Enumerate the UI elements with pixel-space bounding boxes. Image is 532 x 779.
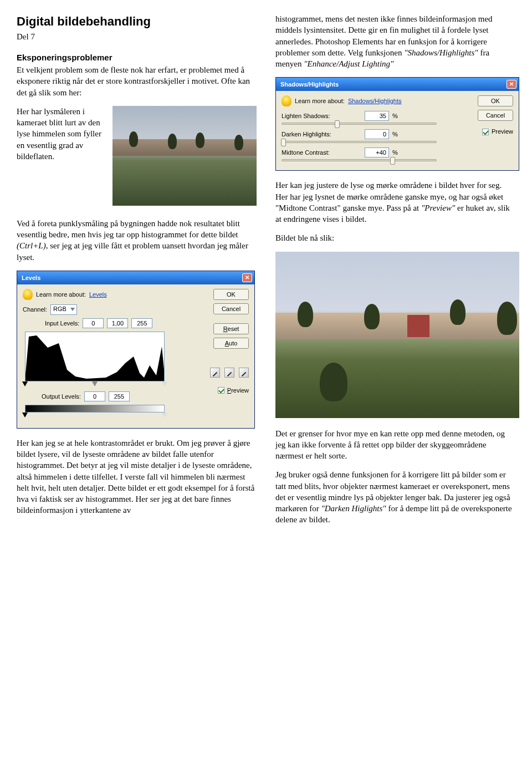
input-slider[interactable] — [25, 383, 165, 388]
midtone-contrast-label: Midtone Contrast: — [282, 149, 365, 157]
ok-button[interactable]: OK — [213, 289, 249, 300]
midtone-contrast-slider[interactable] — [282, 159, 437, 161]
input-level-white[interactable]: 255 — [131, 318, 152, 328]
body-paragraph: Ved å foreta punklysmåling på bygningen … — [17, 218, 257, 263]
dialog-titlebar[interactable]: Levels ✕ — [17, 271, 254, 284]
body-paragraph: Jeg bruker også denne funksjonen for å k… — [275, 469, 515, 525]
body-paragraph: Her kan jeg justere de lyse og mørke omr… — [275, 180, 515, 225]
reset-button[interactable]: Reset — [213, 323, 249, 334]
darken-highlights-value[interactable]: 0 — [365, 129, 389, 139]
dialog-titlebar[interactable]: Shadows/Highlights ✕ — [276, 78, 519, 91]
darken-highlights-slider[interactable] — [282, 141, 437, 143]
example-photo-corrected — [275, 252, 519, 418]
cancel-button[interactable]: Cancel — [478, 110, 513, 121]
preview-label: Preview — [492, 128, 513, 136]
channel-label: Channel: — [23, 306, 47, 314]
histogram — [25, 332, 165, 381]
close-icon[interactable]: ✕ — [507, 80, 516, 89]
tip-link[interactable]: Shadows/Highlights — [348, 97, 402, 105]
eyedropper-gray-icon[interactable] — [224, 368, 234, 378]
close-icon[interactable]: ✕ — [242, 273, 252, 282]
levels-dialog: Levels ✕ OK Cancel Reset Auto Pr — [17, 271, 255, 429]
preview-label: Preview — [227, 386, 249, 395]
body-paragraph: Her kan jeg se at hele kontrastområdet e… — [17, 437, 257, 516]
page-title: Digital bildebehandling — [17, 13, 257, 30]
darken-highlights-label: Darken Highlights: — [282, 130, 365, 139]
output-slider[interactable] — [25, 414, 165, 419]
body-paragraph: Bildet ble nå slik: — [275, 232, 515, 243]
body-paragraph: Det er grenser for hvor mye en kan rette… — [275, 428, 515, 462]
shadows-highlights-dialog: Shadows/Highlights ✕ OK Cancel Preview L… — [275, 77, 519, 171]
dialog-title: Shadows/Highlights — [280, 80, 339, 89]
body-paragraph: histogrammet, mens det nesten ikke finne… — [275, 13, 515, 69]
preview-checkbox[interactable] — [218, 387, 224, 394]
eyedropper-black-icon[interactable] — [210, 368, 220, 378]
dialog-title: Levels — [22, 274, 40, 282]
percent-label: % — [392, 112, 398, 120]
input-level-gamma[interactable]: 1,00 — [107, 318, 128, 328]
percent-label: % — [392, 130, 398, 139]
lighten-shadows-label: Lighten Shadows: — [282, 112, 365, 120]
input-level-black[interactable]: 0 — [83, 318, 104, 328]
lighten-shadows-slider[interactable] — [282, 123, 437, 125]
output-level-white[interactable]: 255 — [109, 391, 130, 401]
body-paragraph: Et velkjent problem som de fleste nok ha… — [17, 64, 257, 98]
tip-link[interactable]: Levels — [89, 291, 107, 299]
lightbulb-icon — [23, 289, 33, 300]
output-level-black[interactable]: 0 — [84, 391, 105, 401]
auto-button[interactable]: Auto — [213, 338, 249, 349]
percent-label: % — [392, 149, 398, 157]
channel-select[interactable]: RGB — [50, 304, 77, 315]
ok-button[interactable]: OK — [478, 95, 513, 106]
output-levels-label: Output Levels: — [42, 393, 81, 401]
eyedropper-white-icon[interactable] — [239, 368, 249, 378]
midtone-contrast-value[interactable]: +40 — [365, 147, 389, 157]
lighten-shadows-value[interactable]: 35 — [365, 111, 389, 121]
example-photo-dark — [112, 106, 257, 206]
output-gradient — [25, 405, 165, 413]
lightbulb-icon — [282, 95, 291, 106]
tip-label: Learn more about: — [36, 291, 86, 299]
tip-label: Learn more about: — [295, 97, 345, 105]
input-levels-label: Input Levels: — [45, 319, 79, 328]
cancel-button[interactable]: Cancel — [213, 303, 249, 314]
section-heading: Eksponeringsproblemer — [17, 52, 257, 63]
preview-checkbox[interactable] — [482, 129, 489, 135]
page-subtitle: Del 7 — [17, 31, 257, 42]
